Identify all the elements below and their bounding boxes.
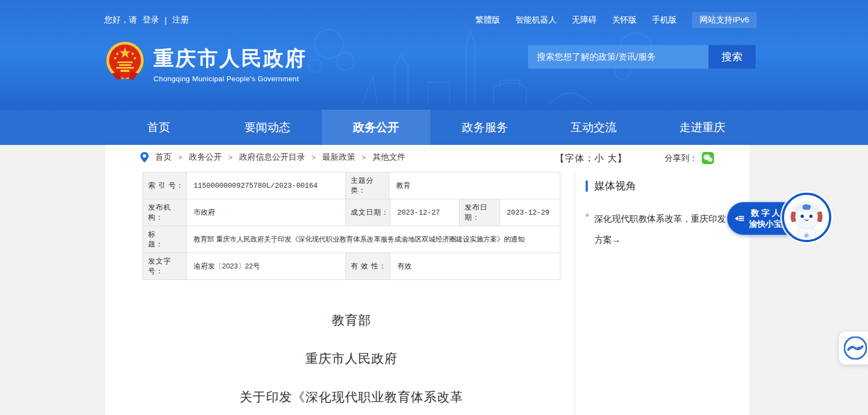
document-title: 教育部 重庆市人民政府 关于印发《深化现代职业教育体系改革 bbox=[143, 280, 560, 415]
main-nav: 首页 要闻动态 政务公开 政务服务 互动交流 走进重庆 bbox=[0, 110, 868, 145]
topbar-divider: | bbox=[164, 15, 167, 25]
table-row: 发布机构： 市政府 成文日期： 2023-12-27 发布日期： 2023-12… bbox=[143, 199, 560, 226]
font-larger-button[interactable]: 大 bbox=[608, 153, 617, 164]
crumb-separator: > bbox=[229, 153, 233, 161]
index-number-label: 索 引 号： bbox=[143, 172, 187, 199]
location-pin-icon bbox=[140, 152, 149, 162]
nav-item-news[interactable]: 要闻动态 bbox=[213, 110, 321, 145]
topic-label: 主题分类： bbox=[346, 172, 390, 199]
doc-title-value: 教育部 重庆市人民政府关于印发《深化现代职业教育体系改革服务成渝地区双城经济圈建… bbox=[187, 226, 560, 253]
login-link[interactable]: 登录 bbox=[143, 15, 159, 25]
written-date-label: 成文日期： bbox=[346, 199, 391, 226]
page-body: 首页 > 政务公开 > 政府信息公开目录 > 最新政策 > 其他文件 【字体：小… bbox=[0, 145, 868, 415]
collapse-icon bbox=[735, 214, 745, 223]
font-size-control: 【字体：小 大】 bbox=[555, 152, 627, 165]
search-button[interactable]: 搜索 bbox=[708, 45, 756, 69]
crumb-separator: > bbox=[362, 153, 366, 161]
share-row: 分享到： bbox=[665, 152, 714, 164]
sidebar-article-link[interactable]: 深化现代职教体系改革，重庆印发方案→ bbox=[586, 209, 745, 250]
doc-title-label: 标 题： bbox=[143, 226, 187, 253]
publish-date-value: 2023-12-29 bbox=[500, 199, 560, 226]
table-row: 索 引 号： 11500000009275780L/2023-00164 主题分… bbox=[143, 172, 560, 199]
digital-assistant-widget[interactable]: 数 字 人 渝快小宝 bbox=[727, 200, 837, 250]
wechat-icon[interactable] bbox=[702, 152, 714, 164]
site-header: 您好，请 登录 | 注册 繁體版 智能机器人 无障碍 关怀版 手机版 网站支持I… bbox=[0, 0, 868, 110]
crumb-home[interactable]: 首页 bbox=[155, 152, 172, 162]
agency-label: 发布机构： bbox=[143, 199, 187, 226]
assistant-label-line2: 渝快小宝 bbox=[749, 218, 782, 229]
document-title-line: 关于印发《深化现代职业教育体系改革 bbox=[143, 389, 560, 406]
crumb-separator: > bbox=[178, 153, 183, 161]
share-label: 分享到： bbox=[665, 153, 697, 164]
care-version-link[interactable]: 关怀版 bbox=[612, 15, 637, 25]
sidebar-article-text: 深化现代职教体系改革，重庆印发方案→ bbox=[594, 209, 733, 250]
font-smaller-button[interactable]: 小 bbox=[594, 153, 604, 164]
crumb-other-documents[interactable]: 其他文件 bbox=[372, 152, 405, 162]
search-input[interactable] bbox=[528, 45, 708, 69]
table-row: 标 题： 教育部 重庆市人民政府关于印发《深化现代职业教育体系改革服务成渝地区双… bbox=[143, 226, 560, 253]
breadcrumb: 首页 > 政务公开 > 政府信息公开目录 > 最新政策 > 其他文件 bbox=[140, 152, 405, 162]
wave-logo-icon bbox=[844, 337, 867, 360]
media-sidebar: 媒体视角 深化现代职教体系改革，重庆印发方案→ bbox=[586, 179, 745, 250]
crumb-info-catalog[interactable]: 政府信息公开目录 bbox=[239, 152, 305, 162]
index-number-value: 11500000009275780L/2023-00164 bbox=[187, 172, 346, 199]
table-row: 发文字号： 渝府发〔2023〕22号 有 效 性： 有效 bbox=[143, 253, 560, 280]
validity-label: 有 效 性： bbox=[346, 253, 391, 280]
assistant-label-line1: 数 字 人 bbox=[749, 208, 782, 218]
content-divider bbox=[575, 172, 575, 415]
font-ctrl-prefix: 【字体： bbox=[555, 153, 594, 164]
ipv6-badge: 网站支持IPv6 bbox=[692, 12, 757, 28]
traditional-chinese-link[interactable]: 繁體版 bbox=[475, 15, 500, 25]
nav-item-home[interactable]: 首页 bbox=[104, 110, 213, 145]
nav-item-gov-disclosure[interactable]: 政务公开 bbox=[322, 110, 430, 145]
smart-robot-link[interactable]: 智能机器人 bbox=[515, 15, 557, 25]
site-logo[interactable]: 重庆市人民政府 Chongqing Municipal People's Gov… bbox=[105, 40, 307, 85]
crumb-separator: > bbox=[311, 153, 316, 161]
document-title-line: 教育部 bbox=[143, 312, 560, 329]
register-link[interactable]: 注册 bbox=[172, 15, 189, 25]
doc-info-table: 索 引 号： 11500000009275780L/2023-00164 主题分… bbox=[143, 172, 560, 280]
sidebar-title: 媒体视角 bbox=[594, 179, 636, 193]
site-title: 重庆市人民政府 bbox=[154, 47, 307, 71]
agency-value: 市政府 bbox=[187, 199, 346, 226]
mobile-version-link[interactable]: 手机版 bbox=[652, 15, 677, 25]
topic-value: 教育 bbox=[389, 172, 560, 199]
written-date-value: 2023-12-27 bbox=[390, 199, 459, 226]
bullet-icon bbox=[586, 214, 589, 217]
sidebar-accent-bar bbox=[586, 181, 588, 192]
doc-number-value: 渝府发〔2023〕22号 bbox=[187, 253, 346, 280]
nav-item-gov-services[interactable]: 政务服务 bbox=[430, 110, 539, 145]
content-card: 首页 > 政务公开 > 政府信息公开目录 > 最新政策 > 其他文件 【字体：小… bbox=[105, 145, 750, 415]
greeting-text: 您好，请 bbox=[104, 15, 137, 25]
document-title-line: 重庆市人民政府 bbox=[143, 350, 560, 367]
font-ctrl-suffix: 】 bbox=[617, 153, 627, 164]
nav-item-interaction[interactable]: 互动交流 bbox=[539, 110, 648, 145]
site-title-en: Chongqing Municipal People's Government bbox=[154, 75, 307, 83]
robot-mascot-icon[interactable] bbox=[782, 193, 831, 242]
floating-share-button[interactable] bbox=[839, 332, 868, 364]
crumb-gov-disclosure[interactable]: 政务公开 bbox=[189, 152, 222, 162]
topbar: 您好，请 登录 | 注册 繁體版 智能机器人 无障碍 关怀版 手机版 网站支持I… bbox=[104, 12, 757, 28]
publish-date-label: 发布日期： bbox=[459, 199, 500, 226]
crumb-latest-policies[interactable]: 最新政策 bbox=[322, 152, 355, 162]
nav-item-about-chongqing[interactable]: 走进重庆 bbox=[648, 110, 757, 145]
validity-value: 有效 bbox=[390, 253, 560, 280]
doc-number-label: 发文字号： bbox=[143, 253, 187, 280]
search-bar: 搜索 bbox=[528, 45, 756, 69]
accessibility-link[interactable]: 无障碍 bbox=[572, 15, 597, 25]
national-emblem-icon bbox=[105, 40, 145, 85]
